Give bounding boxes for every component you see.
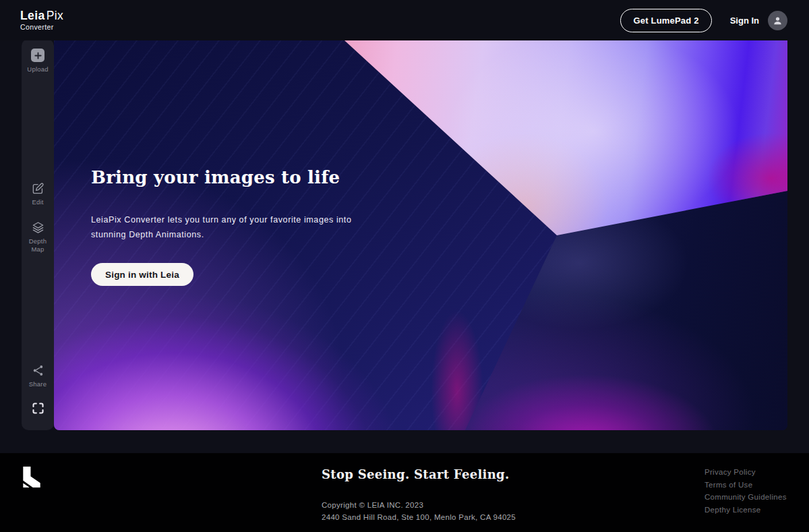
hero-description-line1: LeiaPix Converter lets you turn any of y… — [91, 212, 352, 227]
footer-copyright-line1: Copyright © LEIA INC. 2023 — [322, 499, 516, 511]
footer-link-community-guidelines[interactable]: Community Guidelines — [705, 494, 787, 502]
logo-subtitle: Converter — [20, 24, 63, 31]
footer-link-privacy-policy[interactable]: Privacy Policy — [705, 469, 787, 477]
logo-brand-bold: Leia — [20, 9, 45, 22]
tool-sidebar: Upload Edit Depth Map Share — [22, 39, 54, 430]
sidebar-item-label: Upload — [27, 65, 48, 73]
layers-icon — [32, 221, 44, 234]
plus-square-icon — [31, 49, 44, 62]
sidebar-item-depth-map[interactable]: Depth Map — [22, 221, 54, 253]
sidebar-item-edit[interactable]: Edit — [22, 182, 54, 206]
user-icon — [772, 15, 783, 26]
sidebar-item-label: Map — [31, 245, 44, 253]
footer-link-depthy-license[interactable]: Depthy License — [705, 506, 787, 514]
fullscreen-icon — [31, 401, 45, 415]
hero-description-line2: stunning Depth Animations. — [91, 227, 352, 242]
sidebar-item-upload[interactable]: Upload — [22, 49, 54, 73]
logo-wordmark: LeiaPix — [20, 10, 63, 22]
sign-in-with-leia-button[interactable]: Sign in with Leia — [91, 263, 193, 286]
footer-link-terms-of-use[interactable]: Terms of Use — [705, 481, 787, 490]
hero-preview-canvas: Bring your images to life LeiaPix Conver… — [54, 40, 787, 430]
footer-tagline: Stop Seeing. Start Feeling. — [322, 467, 516, 481]
footer-copyright-line2: 2440 Sand Hill Road, Ste 100, Menlo Park… — [322, 511, 516, 523]
share-nodes-icon — [32, 364, 44, 377]
pencil-square-icon — [32, 182, 44, 195]
fullscreen-button[interactable] — [22, 401, 54, 415]
footer-center: Stop Seeing. Start Feeling. Copyright © … — [322, 467, 516, 523]
sidebar-item-share[interactable]: Share — [22, 364, 54, 388]
sidebar-item-label: Depth — [29, 237, 47, 245]
page-footer: Stop Seeing. Start Feeling. Copyright © … — [0, 453, 809, 532]
sidebar-item-label: Share — [29, 380, 47, 388]
footer-copyright: Copyright © LEIA INC. 2023 2440 Sand Hil… — [322, 499, 516, 523]
app-header: LeiaPix Converter Get LumePad 2 Sign In — [0, 0, 809, 40]
header-actions: Get LumePad 2 Sign In — [620, 9, 787, 32]
sidebar-item-label: Edit — [32, 198, 43, 206]
footer-links: Privacy Policy Terms of Use Community Gu… — [705, 469, 787, 519]
leia-logo-mark — [22, 467, 41, 490]
hero-content: Bring your images to life LeiaPix Conver… — [91, 167, 352, 286]
sign-in-button[interactable]: Sign In — [730, 16, 759, 26]
get-lumepad-button[interactable]: Get LumePad 2 — [620, 9, 711, 32]
app-logo[interactable]: LeiaPix Converter — [20, 10, 63, 31]
hero-description: LeiaPix Converter lets you turn any of y… — [91, 212, 352, 242]
logo-brand-light: Pix — [47, 9, 64, 22]
avatar[interactable] — [768, 11, 787, 30]
page-title: Bring your images to life — [91, 167, 352, 187]
